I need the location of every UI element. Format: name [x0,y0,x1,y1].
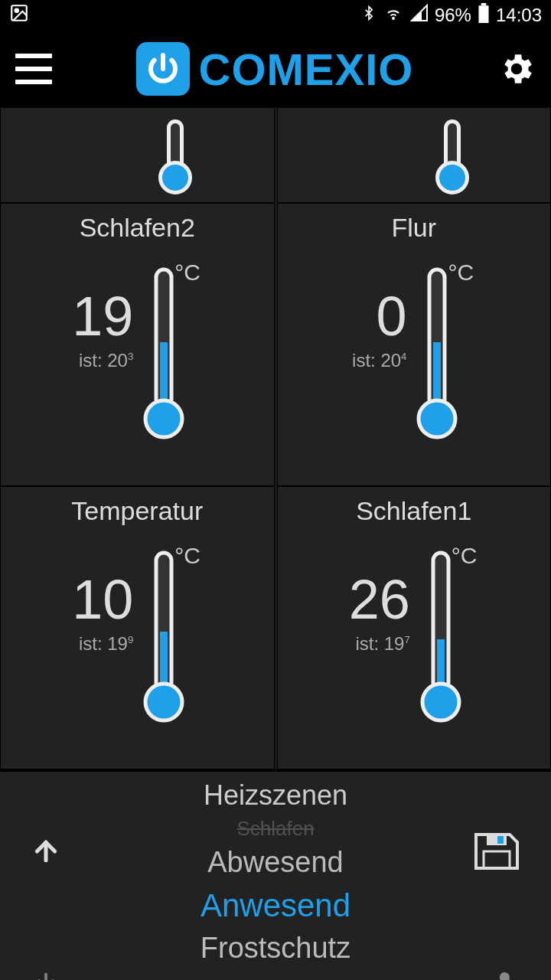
svg-rect-12 [160,632,168,691]
actual-temperature: ist: 204 [352,350,406,371]
svg-rect-4 [481,3,487,5]
temperature-tile-partial[interactable] [0,107,275,203]
status-bar: 96% 14:03 [0,0,551,31]
svg-point-2 [393,18,394,19]
bluetooth-icon [361,3,377,28]
actual-temperature: ist: 203 [79,350,133,371]
tile-title: Flur [278,213,551,243]
tile-title: Schlafen1 [278,496,551,526]
actual-temperature: ist: 199 [79,633,133,655]
svg-rect-19 [484,851,510,868]
image-indicator-icon [9,3,29,28]
temperature-tile-flur[interactable]: Flur 0 ist: 204 °C [277,203,552,486]
scene-down-button[interactable] [31,969,78,980]
tile-title: Schlafen2 [1,213,274,243]
temperature-tile-schlafen2[interactable]: Schlafen2 19 ist: 203 °C [0,203,275,486]
save-scene-button[interactable] [473,831,520,874]
signal-icon [410,4,429,27]
settings-button[interactable] [497,50,536,88]
svg-rect-6 [160,342,168,407]
set-temperature: 0 [376,289,406,344]
set-temperature: 19 [72,289,133,344]
thermometer-icon: °C [414,266,475,442]
scenes-title: Heizszenen [0,779,551,812]
clock-time: 14:03 [496,5,542,26]
scene-up-button[interactable] [31,836,78,870]
app-logo: COMEXIO [136,42,414,96]
brand-name: COMEXIO [199,44,414,95]
wifi-icon [383,4,404,27]
set-temperature: 10 [72,572,133,627]
battery-percent: 96% [435,5,471,26]
thermometer-icon: °C [141,266,202,442]
battery-icon [478,3,490,28]
temperature-tile-partial[interactable] [277,107,552,203]
scene-item-active[interactable]: Anwesend [78,884,473,929]
scene-item[interactable]: Frostschutz [78,928,473,969]
svg-rect-9 [433,342,441,407]
svg-rect-3 [478,5,488,23]
svg-point-13 [145,684,182,720]
svg-point-1 [15,9,18,12]
app-header: COMEXIO [0,31,551,107]
svg-point-7 [145,400,182,437]
svg-rect-17 [487,835,507,845]
actual-temperature: ist: 197 [355,633,409,655]
scene-item[interactable]: Abwesend [78,842,473,883]
set-temperature: 26 [349,572,410,627]
temperature-tile-temperatur[interactable]: Temperatur 10 ist: 199 °C [0,486,275,769]
svg-point-16 [422,684,459,720]
scene-item[interactable]: Schlafen [78,815,473,842]
power-icon [136,42,190,96]
svg-point-10 [419,400,455,437]
tile-title: Temperatur [1,496,274,526]
svg-rect-18 [497,836,504,844]
thermometer-icon: °C [418,549,479,725]
temperature-tile-schlafen1[interactable]: Schlafen1 26 ist: 197 °C [277,486,552,769]
menu-button[interactable] [15,54,52,84]
wrench-icon[interactable] [473,969,520,980]
thermometer-icon: °C [141,549,202,725]
content-area: Schlafen2 19 ist: 203 °C Flur [0,107,551,980]
heating-scenes-panel: Heizszenen Schlafen Abwesend Anwesend Fr… [0,769,551,980]
